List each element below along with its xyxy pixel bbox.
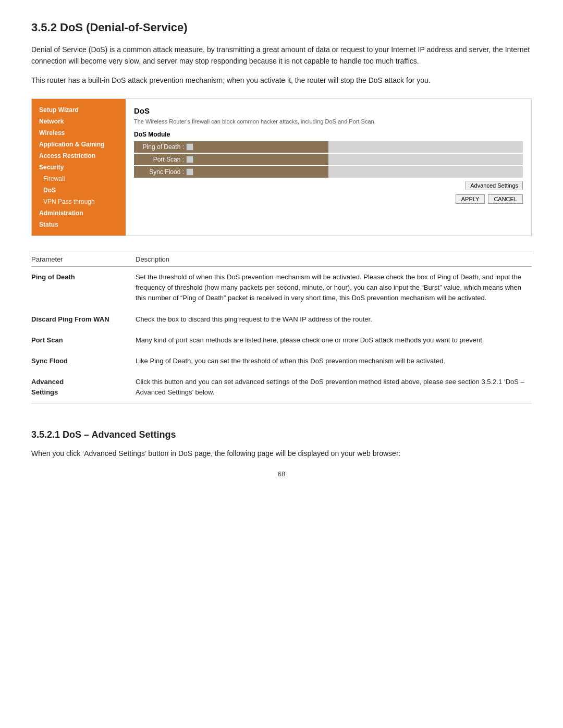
sidebar-item-app-gaming[interactable]: Application & Gaming bbox=[32, 139, 126, 150]
sidebar-item-network[interactable]: Network bbox=[32, 116, 126, 127]
dos-panel-subtitle: The Wireless Router's firewall can block… bbox=[134, 118, 523, 125]
param-desc-0: Set the threshold of when this DoS preve… bbox=[136, 267, 532, 309]
param-desc-2: Many kind of port scan methods are liste… bbox=[136, 330, 532, 351]
sync-flood-label: Sync Flood : bbox=[134, 168, 186, 176]
dos-module-rows: Ping of Death : Port Scan : Sync Flood : bbox=[134, 141, 523, 178]
apply-cancel-row: APPLY CANCEL bbox=[134, 194, 523, 204]
table-footer-rule bbox=[31, 403, 532, 406]
router-main-panel: DoS The Wireless Router's firewall can b… bbox=[126, 99, 531, 236]
main-section-title: 3.5.2 DoS (Denial-of-Service) bbox=[31, 21, 532, 34]
col-description: Description bbox=[136, 252, 532, 267]
sidebar-item-vpn[interactable]: VPN Pass through bbox=[32, 196, 126, 207]
intro-paragraph-2: This router has a built-in DoS attack pr… bbox=[31, 75, 532, 86]
table-row: Port ScanMany kind of port scan methods … bbox=[31, 330, 532, 351]
ping-of-death-checkbox[interactable] bbox=[186, 143, 193, 151]
sidebar-item-firewall[interactable]: Firewall bbox=[32, 173, 126, 184]
parameter-table: Parameter Description Ping of DeathSet t… bbox=[31, 252, 532, 405]
dos-panel-title: DoS bbox=[134, 106, 523, 115]
table-row: Sync FloodLike Ping of Death, you can se… bbox=[31, 351, 532, 372]
sync-flood-bg: Sync Flood : bbox=[134, 166, 328, 178]
intro-paragraph-1: Denial of Service (DoS) is a common atta… bbox=[31, 44, 532, 67]
sidebar-item-dos[interactable]: DoS bbox=[32, 184, 126, 196]
table-row: Discard Ping From WANCheck the box to di… bbox=[31, 309, 532, 330]
param-name-1: Discard Ping From WAN bbox=[31, 309, 136, 330]
sync-flood-spacer bbox=[328, 166, 523, 178]
sub-section-title: 3.5.2.1 DoS – Advanced Settings bbox=[31, 429, 532, 440]
port-scan-bg: Port Scan : bbox=[134, 154, 328, 165]
param-name-2: Port Scan bbox=[31, 330, 136, 351]
router-sidebar: Setup WizardNetworkWirelessApplication &… bbox=[32, 99, 126, 236]
sidebar-item-status[interactable]: Status bbox=[32, 219, 126, 230]
param-desc-1: Check the box to discard this ping reque… bbox=[136, 309, 532, 330]
port-scan-label: Port Scan : bbox=[134, 156, 186, 163]
port-scan-spacer bbox=[328, 154, 523, 165]
sync-flood-checkbox[interactable] bbox=[186, 168, 193, 176]
param-name-4: AdvancedSettings bbox=[31, 372, 136, 403]
port-scan-checkbox[interactable] bbox=[186, 156, 193, 163]
ping-of-death-spacer bbox=[328, 141, 523, 153]
ping-of-death-bg: Ping of Death : bbox=[134, 141, 328, 153]
table-row: AdvancedSettingsClick this button and yo… bbox=[31, 372, 532, 403]
sidebar-item-wireless[interactable]: Wireless bbox=[32, 127, 126, 139]
port-scan-row: Port Scan : bbox=[134, 154, 523, 165]
sidebar-item-security[interactable]: Security bbox=[32, 162, 126, 173]
sub-section-para: When you click ‘Advanced Settings’ butto… bbox=[31, 448, 532, 459]
apply-button[interactable]: APPLY bbox=[456, 194, 485, 204]
dos-module-label: DoS Module bbox=[134, 131, 523, 138]
sidebar-item-setup-wizard[interactable]: Setup Wizard bbox=[32, 104, 126, 116]
table-row: Ping of DeathSet the threshold of when t… bbox=[31, 267, 532, 309]
page-number: 68 bbox=[31, 470, 532, 478]
param-desc-4: Click this button and you can set advanc… bbox=[136, 372, 532, 403]
ping-of-death-row: Ping of Death : bbox=[134, 141, 523, 153]
sidebar-item-access-restriction[interactable]: Access Restriction bbox=[32, 150, 126, 162]
col-parameter: Parameter bbox=[31, 252, 136, 267]
router-ui-screenshot: Setup WizardNetworkWirelessApplication &… bbox=[31, 98, 532, 236]
param-name-3: Sync Flood bbox=[31, 351, 136, 372]
sidebar-item-administration[interactable]: Administration bbox=[32, 207, 126, 219]
cancel-button[interactable]: CANCEL bbox=[488, 194, 523, 204]
advanced-settings-button[interactable]: Advanced Settings bbox=[466, 181, 523, 190]
ping-of-death-label: Ping of Death : bbox=[134, 143, 186, 151]
sync-flood-row: Sync Flood : bbox=[134, 166, 523, 178]
param-desc-3: Like Ping of Death, you can set the thre… bbox=[136, 351, 532, 372]
advanced-settings-row: Advanced Settings bbox=[134, 181, 523, 190]
param-name-0: Ping of Death bbox=[31, 267, 136, 309]
